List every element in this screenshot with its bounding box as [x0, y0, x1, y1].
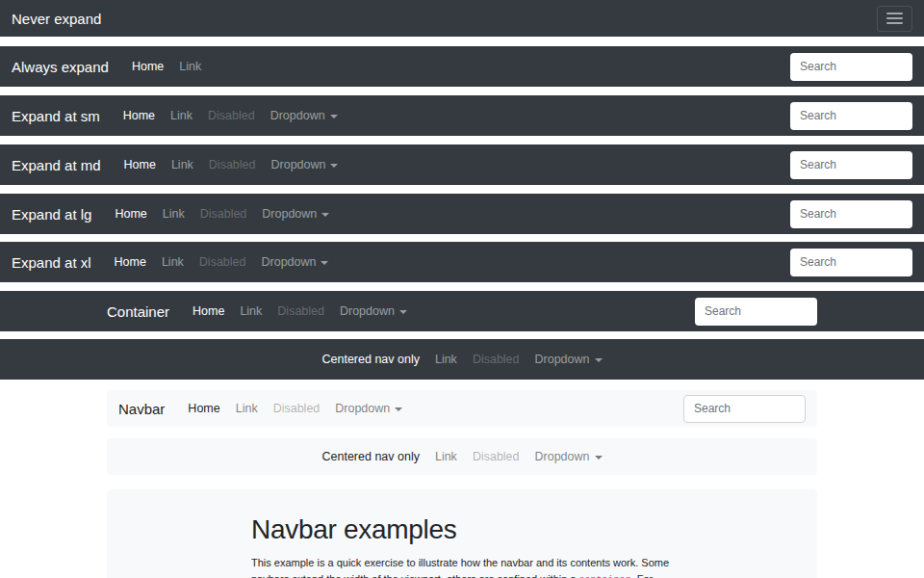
nav-link-link[interactable]: Link [232, 304, 270, 318]
light-section-container: Navbar Home Link Disabled Dropdown Cente… [107, 390, 817, 578]
nav-link-dropdown[interactable]: Dropdown [263, 158, 346, 171]
intro-paragraph: This example is a quick exercise to illu… [251, 555, 704, 578]
navbar-brand[interactable]: Navbar [118, 401, 165, 417]
inline-code-container: container [579, 575, 631, 578]
navbar-brand[interactable]: Expand at xl [12, 254, 91, 271]
caret-down-icon [595, 456, 603, 460]
navbar-centered-light: Centered nav only Link Disabled Dropdown [107, 438, 817, 475]
navbar-brand[interactable]: Container [107, 303, 169, 320]
nav-link-disabled: Disabled [201, 158, 264, 171]
navbar-never-expand: Never expand [0, 0, 924, 37]
nav-link-disabled: Disabled [192, 255, 254, 269]
navbar-brand[interactable]: Always expand [12, 59, 109, 75]
navbar-expand-md: Expand at md Home Link Disabled Dropdown [0, 144, 924, 185]
nav-link-disabled: Disabled [465, 450, 527, 463]
navbar-expand-lg: Expand at lg Home Link Disabled Dropdown [0, 194, 924, 234]
caret-down-icon [595, 358, 603, 362]
navbar-brand[interactable]: Never expand [12, 11, 101, 27]
nav-link-link[interactable]: Link [171, 60, 209, 73]
search-input[interactable] [683, 395, 806, 423]
search-input[interactable] [695, 298, 817, 326]
nav-link-centered[interactable]: Centered nav only [314, 450, 426, 463]
navbar-light: Navbar Home Link Disabled Dropdown [107, 390, 817, 427]
navbar-brand[interactable]: Expand at lg [12, 206, 91, 223]
nav-link-link[interactable]: Link [163, 109, 200, 122]
nav-link-home[interactable]: Home [180, 402, 227, 415]
navbar-expand-xl: Expand at xl Home Link Disabled Dropdown [0, 242, 924, 282]
navbar-always-expand: Always expand Home Link [0, 46, 924, 87]
nav-link-dropdown[interactable]: Dropdown [254, 207, 337, 221]
caret-down-icon [330, 164, 338, 168]
search-input[interactable] [790, 249, 912, 276]
nav-link-link[interactable]: Link [154, 255, 192, 269]
nav-link-dropdown[interactable]: Dropdown [253, 255, 336, 269]
nav-link-home[interactable]: Home [116, 158, 164, 171]
nav-link-link[interactable]: Link [155, 207, 192, 221]
nav-link-centered[interactable]: Centered nav only [314, 353, 426, 366]
nav-link-dropdown[interactable]: Dropdown [527, 450, 610, 463]
nav-link-home[interactable]: Home [107, 255, 154, 269]
caret-down-icon [321, 261, 328, 265]
jumbotron: Navbar examples This example is a quick … [107, 489, 817, 578]
nav-link-disabled: Disabled [192, 207, 255, 221]
hamburger-menu-icon [886, 10, 903, 27]
nav-link-home[interactable]: Home [116, 109, 163, 122]
nav-link-dropdown[interactable]: Dropdown [327, 402, 410, 415]
caret-down-icon [321, 213, 329, 217]
caret-down-icon [395, 407, 402, 411]
jumbotron-content: Navbar examples This example is a quick … [251, 514, 704, 578]
nav-link-home[interactable]: Home [107, 207, 154, 221]
nav-link-link[interactable]: Link [427, 450, 465, 463]
search-input[interactable] [790, 102, 912, 130]
nav-link-disabled: Disabled [270, 304, 332, 318]
page-title: Navbar examples [251, 514, 704, 545]
nav-link-link[interactable]: Link [228, 402, 266, 415]
nav-link-link[interactable]: Link [164, 158, 201, 171]
nav-link-home[interactable]: Home [124, 60, 171, 73]
nav-link-link[interactable]: Link [427, 353, 465, 366]
navbar-toggler-button[interactable] [877, 6, 912, 32]
search-input[interactable] [790, 53, 912, 81]
navbar-brand[interactable]: Expand at sm [12, 108, 100, 124]
nav-link-dropdown[interactable]: Dropdown [263, 109, 346, 122]
navbar-brand[interactable]: Expand at md [12, 157, 101, 173]
nav-link-disabled: Disabled [266, 402, 328, 415]
navbar-container-inner: Container Home Link Disabled Dropdown [107, 291, 817, 331]
nav-link-dropdown[interactable]: Dropdown [527, 353, 610, 366]
search-input[interactable] [790, 200, 912, 228]
nav-link-dropdown[interactable]: Dropdown [332, 304, 415, 318]
navbar-expand-sm: Expand at sm Home Link Disabled Dropdown [0, 95, 924, 136]
nav-link-disabled: Disabled [465, 353, 527, 366]
search-input[interactable] [790, 151, 912, 179]
nav-link-home[interactable]: Home [185, 304, 232, 318]
caret-down-icon [330, 115, 338, 118]
nav-link-disabled: Disabled [200, 109, 263, 122]
caret-down-icon [399, 310, 407, 314]
navbar-container: Container Home Link Disabled Dropdown [0, 291, 924, 331]
navbar-centered-dark: Centered nav only Link Disabled Dropdown [0, 339, 924, 380]
